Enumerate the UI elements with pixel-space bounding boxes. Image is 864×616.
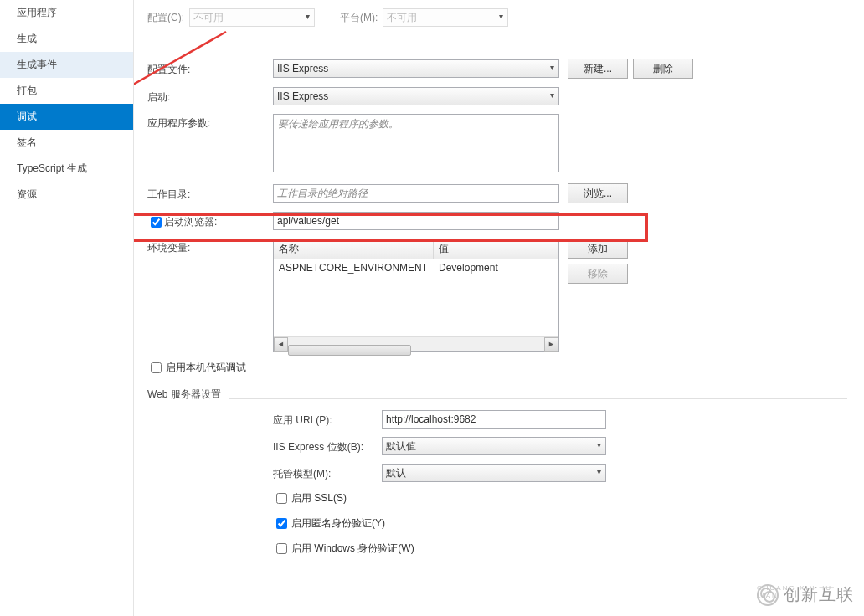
sidebar-item-build[interactable]: 生成 (0, 26, 133, 52)
sidebar-item-package[interactable]: 打包 (0, 78, 133, 104)
config-label: 配置(C): (147, 11, 184, 25)
env-scrollbar[interactable]: ◄ ► (274, 336, 558, 351)
app-args-label: 应用程序参数: (147, 114, 273, 131)
launch-browser-label: 启动浏览器: (164, 215, 217, 229)
sidebar-item-debug[interactable]: 调试 (0, 104, 133, 130)
enable-windows-checkbox[interactable] (276, 543, 287, 554)
app-url-label: 应用 URL(P): (273, 411, 382, 428)
platform-label: 平台(M): (340, 11, 378, 25)
sidebar-item-buildevents[interactable]: 生成事件 (0, 52, 133, 78)
env-vars-table: 名称 值 ASPNETCORE_ENVIRONMENT Development (273, 239, 559, 352)
enable-ssl-label: 启用 SSL(S) (291, 491, 347, 506)
working-dir-label: 工作目录: (147, 185, 273, 202)
sidebar: 应用程序 生成 生成事件 打包 调试 签名 TypeScript 生成 资源 (0, 0, 134, 616)
profile-label: 配置文件: (147, 60, 273, 77)
hosting-model-label: 托管模型(M): (273, 465, 382, 481)
native-debug-label: 启用本机代码调试 (166, 361, 246, 375)
env-col-name: 名称 (274, 239, 434, 259)
iis-bits-label: IIS Express 位数(B): (273, 438, 382, 454)
browse-button[interactable]: 浏览... (568, 183, 628, 203)
app-url-input[interactable] (382, 410, 606, 429)
sidebar-item-signing[interactable]: 签名 (0, 130, 133, 156)
remove-env-button[interactable]: 移除 (568, 264, 628, 284)
scroll-left-icon[interactable]: ◄ (274, 337, 288, 352)
env-vars-label: 环境变量: (147, 239, 273, 255)
watermark: 创新互联 CHUANG XIN HU LIAN (757, 583, 854, 606)
web-section-title: Web 服务器设置 (147, 388, 221, 402)
hosting-model-select[interactable]: 默认 (382, 464, 606, 482)
main-panel: 配置(C): 不可用 平台(M): 不可用 配置文件: IIS Express … (134, 0, 864, 616)
launch-label: 启动: (147, 88, 273, 105)
scroll-right-icon[interactable]: ► (544, 337, 558, 352)
profile-select[interactable]: IIS Express (273, 59, 559, 78)
working-dir-input[interactable] (273, 184, 559, 203)
enable-ssl-checkbox[interactable] (276, 493, 287, 504)
env-col-value: 值 (434, 239, 558, 259)
delete-profile-button[interactable]: 删除 (633, 59, 693, 79)
add-env-button[interactable]: 添加 (568, 239, 628, 259)
config-select: 不可用 (189, 8, 315, 27)
new-profile-button[interactable]: 新建... (568, 59, 628, 79)
enable-anon-label: 启用匿名身份验证(Y) (291, 516, 385, 531)
sidebar-item-typescript[interactable]: TypeScript 生成 (0, 156, 133, 182)
launch-browser-checkbox[interactable] (151, 217, 162, 228)
iis-bits-select[interactable]: 默认值 (382, 437, 606, 455)
enable-windows-label: 启用 Windows 身份验证(W) (291, 542, 414, 556)
native-debug-checkbox[interactable] (151, 362, 162, 373)
sidebar-item-app[interactable]: 应用程序 (0, 0, 133, 26)
sidebar-item-resources[interactable]: 资源 (0, 182, 133, 208)
env-row[interactable]: ASPNETCORE_ENVIRONMENT Development (274, 259, 558, 277)
launch-browser-input[interactable] (273, 212, 559, 230)
platform-select: 不可用 (383, 8, 508, 27)
enable-anon-checkbox[interactable] (276, 518, 287, 529)
launch-select[interactable]: IIS Express (273, 87, 559, 105)
app-args-input[interactable] (273, 114, 559, 172)
